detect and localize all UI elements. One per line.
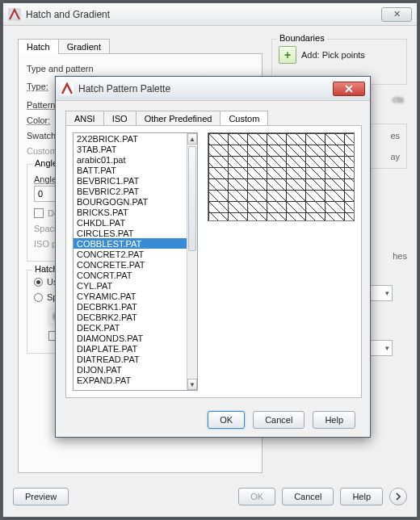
specified-radio[interactable]: [34, 293, 43, 302]
main-close-button[interactable]: ✕: [381, 7, 412, 22]
pattern-list-item[interactable]: BATT.PAT: [74, 165, 187, 175]
pick-points-label: Add: Pick points: [301, 50, 365, 60]
pattern-listbox[interactable]: 2X2BRICK.PAT3TAB.PATarabic01.patBATT.PAT…: [73, 132, 198, 391]
autocad-icon: [61, 82, 74, 95]
pattern-list-item[interactable]: 2X2BRICK.PAT: [74, 133, 187, 144]
palette-titlebar: Hatch Pattern Palette: [56, 77, 370, 101]
palette-panel: 2X2BRICK.PAT3TAB.PATarabic01.patBATT.PAT…: [65, 125, 362, 398]
pattern-list-item[interactable]: DECBRK1.PAT: [74, 301, 187, 312]
pattern-list-item[interactable]: BRICKS.PAT: [74, 207, 187, 217]
scroll-up-icon[interactable]: ▲: [187, 133, 197, 145]
cancel-button[interactable]: Cancel: [282, 488, 334, 505]
chevron-right-icon: [394, 493, 402, 501]
list-scrollbar[interactable]: ▲ ▼: [187, 133, 197, 390]
main-bottom-bar: Preview OK Cancel Help: [13, 484, 407, 509]
preview-button[interactable]: Preview: [13, 488, 69, 505]
palette-ok-button[interactable]: OK: [208, 411, 245, 429]
double-checkbox[interactable]: [34, 208, 44, 218]
close-icon: [344, 85, 354, 93]
boundaries-legend: Boundaries: [277, 33, 327, 43]
pattern-list-item[interactable]: CONCRETE.PAT: [74, 259, 187, 270]
pick-points-button[interactable]: +: [279, 46, 296, 64]
pattern-list-item[interactable]: arabic01.pat: [74, 154, 187, 165]
expand-button[interactable]: [389, 488, 407, 505]
palette-tab-other[interactable]: Other Predefined: [136, 111, 221, 126]
pattern-list-item[interactable]: DIJON.PAT: [74, 364, 187, 375]
pattern-list-item[interactable]: BEVBRIC1.PAT: [74, 175, 187, 186]
pattern-list-item[interactable]: CYRAMIC.PAT: [74, 291, 187, 301]
tab-gradient[interactable]: Gradient: [58, 39, 110, 54]
pattern-list-item[interactable]: DIAMONDS.PAT: [74, 333, 187, 343]
help-button[interactable]: Help: [340, 488, 383, 505]
pattern-list-item[interactable]: CONCRET2.PAT: [74, 249, 187, 259]
pattern-list-item[interactable]: BOURGOGN.PAT: [74, 196, 187, 207]
app-icon: [8, 8, 21, 21]
pattern-list-item[interactable]: CONCRT.PAT: [74, 270, 187, 280]
palette-button-row: OK Cancel Help: [56, 411, 370, 429]
scroll-down-icon[interactable]: ▼: [187, 379, 197, 390]
palette-title: Hatch Pattern Palette: [78, 83, 170, 94]
pattern-list-item[interactable]: DECK.PAT: [74, 322, 187, 333]
pattern-preview: [208, 132, 355, 221]
palette-help-button[interactable]: Help: [313, 411, 355, 429]
pattern-list-item[interactable]: EXPAND.PAT: [74, 375, 187, 385]
pattern-list-item[interactable]: COBBLEST.PAT: [74, 238, 187, 249]
main-tabstrip: Hatch Gradient: [18, 39, 109, 54]
pattern-list-item[interactable]: DIATREAD.PAT: [74, 354, 187, 364]
scroll-thumb[interactable]: [188, 146, 196, 251]
type-pattern-group-label: Type and pattern: [27, 64, 254, 73]
palette-close-button[interactable]: [333, 82, 365, 96]
pattern-list-item[interactable]: CYL.PAT: [74, 280, 187, 291]
palette-tab-custom[interactable]: Custom: [220, 111, 268, 126]
pattern-list-item[interactable]: BEVBRIC2.PAT: [74, 186, 187, 196]
pattern-list-item[interactable]: 3TAB.PAT: [74, 144, 187, 154]
pattern-palette-dialog: Hatch Pattern Palette ANSI ISO Other Pre…: [55, 76, 371, 438]
pattern-list-item[interactable]: CHKDL.PAT: [74, 217, 187, 228]
palette-tab-ansi[interactable]: ANSI: [65, 111, 104, 126]
ok-button[interactable]: OK: [238, 488, 275, 505]
pattern-list-item[interactable]: DECBRK2.PAT: [74, 312, 187, 322]
pattern-list-item[interactable]: DIAPLATE.PAT: [74, 343, 187, 354]
palette-tabstrip: ANSI ISO Other Predefined Custom: [65, 111, 267, 126]
use-current-radio[interactable]: [34, 278, 43, 287]
pattern-list-item[interactable]: CIRCLES.PAT: [74, 228, 187, 238]
main-title: Hatch and Gradient: [26, 9, 110, 20]
palette-tab-iso[interactable]: ISO: [103, 111, 136, 126]
tab-hatch[interactable]: Hatch: [18, 39, 59, 54]
main-titlebar: Hatch and Gradient ✕: [3, 3, 417, 26]
palette-cancel-button[interactable]: Cancel: [253, 411, 304, 429]
